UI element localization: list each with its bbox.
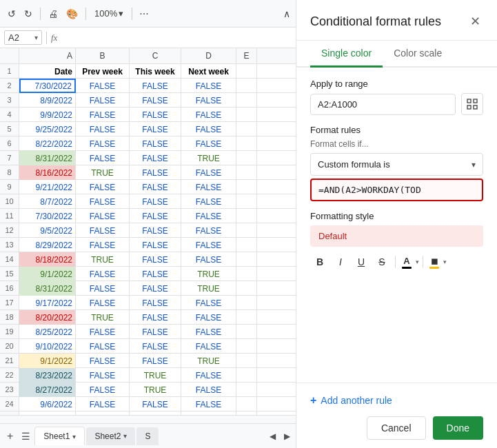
cell-c3[interactable]: FALSE <box>130 93 181 108</box>
cell-b18[interactable]: TRUE <box>76 310 130 325</box>
cell-b10[interactable]: FALSE <box>76 194 130 209</box>
bold-button[interactable]: B <box>310 252 329 272</box>
cell-d10[interactable]: FALSE <box>181 194 236 209</box>
cell-a14[interactable]: 8/18/2022 <box>19 252 76 267</box>
cell-e13[interactable] <box>236 238 257 252</box>
tab-color-scale[interactable]: Color scale <box>383 41 453 68</box>
cell-e23[interactable] <box>236 383 257 397</box>
cell-a8[interactable]: 8/16/2022 <box>19 165 76 180</box>
cell-d17[interactable]: FALSE <box>181 296 236 310</box>
cell-b5[interactable]: FALSE <box>76 122 130 136</box>
cell-b14[interactable]: TRUE <box>76 252 130 267</box>
cell-a1[interactable]: Date <box>19 64 76 79</box>
cell-e17[interactable] <box>236 296 257 310</box>
cell-c4[interactable]: FALSE <box>130 108 181 122</box>
cell-d15[interactable]: TRUE <box>181 267 236 281</box>
cell-d16[interactable]: TRUE <box>181 281 236 296</box>
underline-button[interactable]: U <box>352 252 371 272</box>
cell-a9[interactable]: 9/21/2022 <box>19 180 76 194</box>
sheet-nav-left-icon[interactable]: ◀ <box>267 430 278 442</box>
add-another-rule-button[interactable]: + Add another rule <box>310 391 483 409</box>
cell-b3[interactable]: FALSE <box>76 93 130 108</box>
tab-single-color[interactable]: Single color <box>310 41 383 68</box>
cell-d8[interactable]: FALSE <box>181 165 236 180</box>
strikethrough-button[interactable]: S <box>372 252 392 272</box>
cell-c1[interactable]: This week <box>130 64 181 79</box>
cell-e22[interactable] <box>236 368 257 383</box>
col-header-e[interactable]: E <box>236 48 257 63</box>
format-condition-dropdown[interactable]: Custom formula is ▾ <box>310 153 483 176</box>
cell-b12[interactable]: FALSE <box>76 223 130 238</box>
cell-b1[interactable]: Prev week <box>76 64 130 79</box>
cell-a5[interactable]: 9/25/2022 <box>19 122 76 136</box>
cell-e19[interactable] <box>236 325 257 339</box>
cell-c23[interactable]: TRUE <box>130 383 181 397</box>
cell-d2[interactable]: FALSE <box>181 79 236 93</box>
cell-c10[interactable]: FALSE <box>130 194 181 209</box>
cell-e15[interactable] <box>236 267 257 281</box>
cell-e5[interactable] <box>236 122 257 136</box>
paint-format-icon[interactable]: 🎨 <box>64 7 80 21</box>
cell-a7[interactable]: 8/31/2022 <box>19 151 76 165</box>
cell-c18[interactable]: FALSE <box>130 310 181 325</box>
cell-b20[interactable]: FALSE <box>76 339 130 354</box>
cell-d4[interactable]: FALSE <box>181 108 236 122</box>
more-options-icon[interactable]: ··· <box>139 8 148 20</box>
cell-e3[interactable] <box>236 93 257 108</box>
cell-a10[interactable]: 8/7/2022 <box>19 194 76 209</box>
cell-c2[interactable]: FALSE <box>130 79 181 93</box>
cell-c8[interactable]: FALSE <box>130 165 181 180</box>
cell-b17[interactable]: FALSE <box>76 296 130 310</box>
cell-b6[interactable]: FALSE <box>76 136 130 151</box>
cell-c24[interactable]: FALSE <box>130 397 181 411</box>
cell-e6[interactable] <box>236 136 257 151</box>
cancel-button[interactable]: Cancel <box>367 416 426 440</box>
cell-b8[interactable]: TRUE <box>76 165 130 180</box>
range-grid-icon-button[interactable] <box>461 93 483 115</box>
cell-e18[interactable] <box>236 310 257 325</box>
cell-a18[interactable]: 8/20/2022 <box>19 310 76 325</box>
cell-b13[interactable]: FALSE <box>76 238 130 252</box>
cell-e1[interactable] <box>236 64 257 79</box>
sheet-tab-sheet2[interactable]: Sheet2 ▾ <box>86 427 135 445</box>
col-header-a[interactable]: A <box>19 48 76 63</box>
cell-e9[interactable] <box>236 180 257 194</box>
cell-b7[interactable]: FALSE <box>76 151 130 165</box>
cell-d3[interactable]: FALSE <box>181 93 236 108</box>
cell-b21[interactable]: FALSE <box>76 354 130 368</box>
cell-c9[interactable]: FALSE <box>130 180 181 194</box>
highlight-dropdown-icon[interactable]: ▾ <box>443 258 447 265</box>
cell-a21[interactable]: 9/1/2022 <box>19 354 76 368</box>
cell-a15[interactable]: 9/1/2022 <box>19 267 76 281</box>
cell-c13[interactable]: FALSE <box>130 238 181 252</box>
col-header-b[interactable]: B <box>76 48 130 63</box>
cell-a23[interactable]: 8/27/2022 <box>19 383 76 397</box>
undo-icon[interactable]: ↺ <box>6 7 18 21</box>
cell-e8[interactable] <box>236 165 257 180</box>
cell-b2[interactable]: FALSE <box>76 79 130 93</box>
zoom-selector[interactable]: 100% ▾ <box>92 7 126 20</box>
italic-button[interactable]: I <box>331 252 350 272</box>
cell-b19[interactable]: FALSE <box>76 325 130 339</box>
cell-e16[interactable] <box>236 281 257 296</box>
font-color-dropdown-icon[interactable]: ▾ <box>416 258 419 265</box>
cell-d19[interactable]: FALSE <box>181 325 236 339</box>
sheet-tab-sheet1[interactable]: Sheet1 ▾ <box>34 427 85 445</box>
cell-b4[interactable]: FALSE <box>76 108 130 122</box>
cell-c7[interactable]: FALSE <box>130 151 181 165</box>
cell-d5[interactable]: FALSE <box>181 122 236 136</box>
cell-d1[interactable]: Next week <box>181 64 236 79</box>
cell-c6[interactable]: FALSE <box>130 136 181 151</box>
add-sheet-button[interactable]: + <box>3 427 17 445</box>
cell-c16[interactable]: FALSE <box>130 281 181 296</box>
cell-e10[interactable] <box>236 194 257 209</box>
cell-d9[interactable]: FALSE <box>181 180 236 194</box>
redo-icon[interactable]: ↻ <box>22 7 34 21</box>
toolbar-collapse-icon[interactable]: ∧ <box>283 8 290 19</box>
font-color-button[interactable]: A <box>399 254 414 270</box>
cell-e2[interactable] <box>236 79 257 93</box>
cell-d20[interactable]: FALSE <box>181 339 236 354</box>
cell-b15[interactable]: FALSE <box>76 267 130 281</box>
cell-c20[interactable]: FALSE <box>130 339 181 354</box>
cell-c12[interactable]: FALSE <box>130 223 181 238</box>
